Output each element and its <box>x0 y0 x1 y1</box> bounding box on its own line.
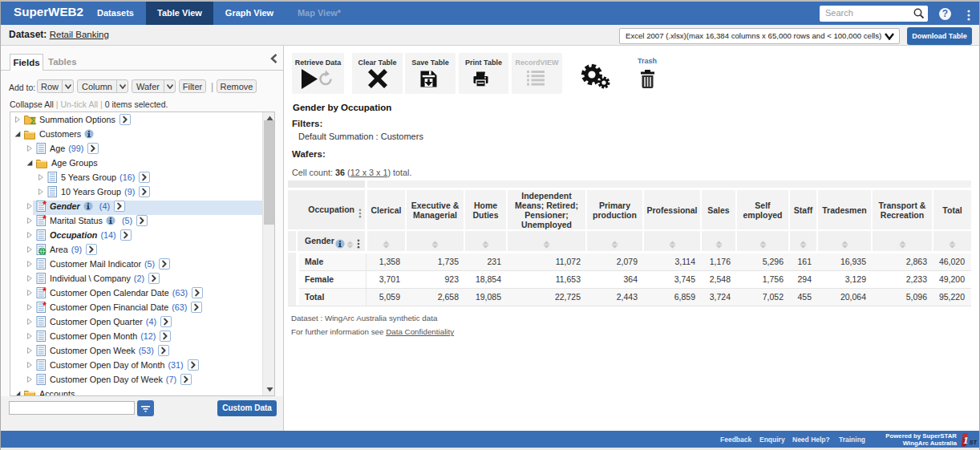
svg-text:Σ: Σ <box>30 115 37 125</box>
svg-text:1: 1 <box>963 434 969 446</box>
svg-text:ST: ST <box>970 439 978 446</box>
